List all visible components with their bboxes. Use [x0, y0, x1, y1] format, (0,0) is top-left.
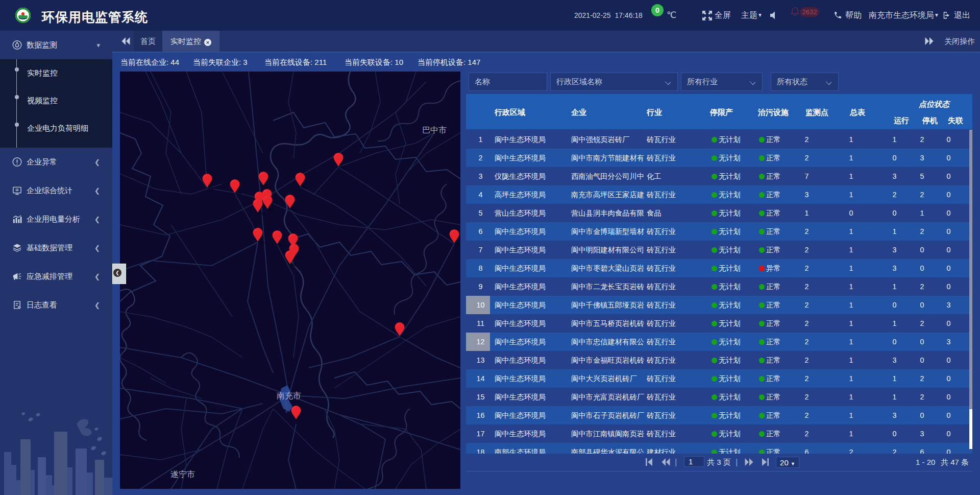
svg-text:巴中市: 巴中市: [422, 126, 447, 134]
svg-text:遂宁市: 遂宁市: [170, 470, 195, 479]
svg-text:南充市: 南充市: [277, 391, 301, 400]
